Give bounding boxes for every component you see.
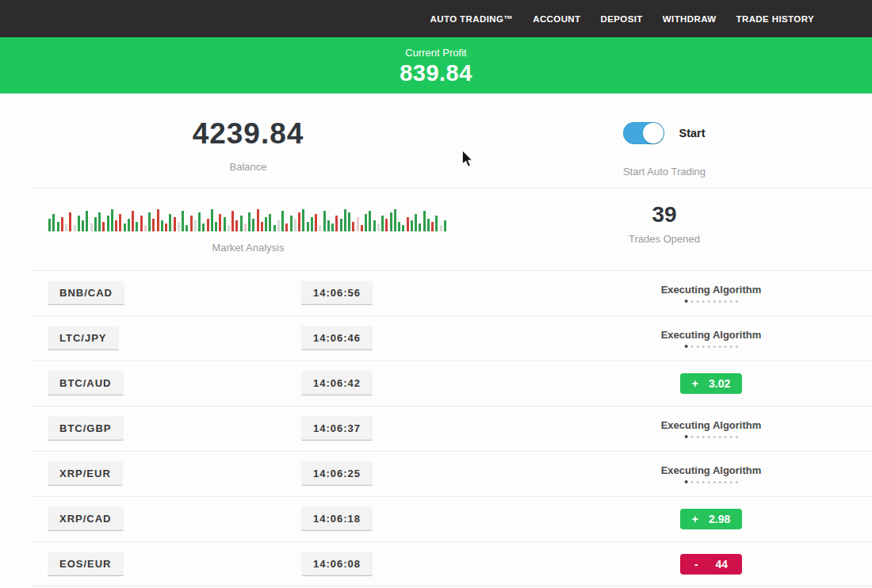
market-bar bbox=[148, 212, 151, 231]
market-bar bbox=[411, 220, 413, 231]
table-row: XRP/EUR 14:06:25 Executing Algorithm bbox=[32, 451, 872, 496]
market-bar bbox=[340, 219, 342, 231]
progress-dot bbox=[713, 436, 715, 438]
badge-sign: + bbox=[692, 377, 698, 390]
market-bar bbox=[182, 211, 184, 231]
trade-time: 14:06:56 bbox=[301, 281, 373, 306]
progress-dot bbox=[729, 300, 732, 303]
trades-opened-value: 39 bbox=[652, 202, 676, 227]
progress-dots bbox=[684, 435, 737, 438]
market-bar bbox=[407, 217, 409, 231]
market-bar bbox=[178, 222, 180, 231]
nav-item-trade-history[interactable]: TRADE HISTORY bbox=[736, 14, 815, 24]
market-bar bbox=[119, 214, 121, 231]
current-profit-banner: Current Profit 839.84 bbox=[0, 37, 872, 94]
market-bar bbox=[265, 217, 267, 231]
executing-label: Executing Algorithm bbox=[661, 329, 762, 341]
market-bar bbox=[244, 223, 247, 231]
progress-dot bbox=[684, 480, 687, 483]
market-bar bbox=[82, 220, 84, 231]
badge-value: 44 bbox=[716, 558, 729, 571]
pair-chip: BNB/CAD bbox=[48, 281, 124, 306]
table-row: LTC/JPY 14:06:46 Executing Algorithm bbox=[32, 315, 872, 361]
nav-item-auto-trading[interactable]: AUTO TRADING™ bbox=[430, 14, 514, 24]
market-bar bbox=[194, 220, 197, 231]
market-bar bbox=[423, 211, 426, 231]
progress-dot bbox=[724, 300, 726, 303]
progress-dot bbox=[684, 435, 687, 438]
progress-dot bbox=[707, 481, 709, 483]
auto-trading-toggle[interactable] bbox=[623, 122, 664, 144]
progress-dot bbox=[684, 345, 687, 348]
trade-status: Executing Algorithm bbox=[661, 284, 762, 303]
trade-time: 14:06:46 bbox=[301, 326, 373, 351]
market-bar bbox=[94, 217, 97, 231]
progress-dot bbox=[735, 300, 737, 303]
progress-dot bbox=[724, 481, 726, 483]
table-row: EOS/EUR 14:06:08 -44 bbox=[32, 541, 872, 586]
market-bar bbox=[348, 212, 350, 231]
trade-time: 14:06:37 bbox=[301, 417, 373, 441]
toggle-sublabel: Start Auto Trading bbox=[623, 166, 706, 178]
progress-dot bbox=[724, 346, 726, 348]
trade-time: 14:06:42 bbox=[301, 372, 373, 396]
progress-dot bbox=[713, 346, 715, 348]
progress-dot bbox=[735, 346, 737, 348]
market-bar bbox=[381, 216, 384, 231]
market-bar bbox=[285, 223, 288, 231]
loss-badge: -44 bbox=[680, 554, 742, 575]
executing-label: Executing Algorithm bbox=[661, 419, 762, 431]
market-bar bbox=[224, 217, 226, 231]
progress-dot bbox=[690, 436, 693, 438]
market-bar bbox=[161, 220, 163, 231]
trade-status: +2.98 bbox=[680, 509, 742, 529]
nav-item-account[interactable]: ACCOUNT bbox=[533, 14, 580, 24]
market-bar bbox=[261, 222, 263, 231]
market-bar bbox=[52, 214, 55, 231]
market-bar bbox=[157, 209, 159, 231]
market-bar bbox=[298, 212, 300, 231]
progress-dot bbox=[735, 481, 737, 483]
progress-dot bbox=[729, 346, 732, 348]
market-bar bbox=[361, 225, 363, 231]
market-bar bbox=[290, 216, 293, 231]
market-bar bbox=[169, 214, 171, 231]
market-bar bbox=[431, 222, 434, 231]
market-bar bbox=[315, 214, 317, 231]
market-bar bbox=[61, 217, 63, 231]
market-bar bbox=[98, 212, 101, 231]
pair-chip: LTC/JPY bbox=[48, 326, 119, 351]
market-bar bbox=[128, 219, 130, 231]
pair-chip: XRP/CAD bbox=[48, 507, 124, 532]
market-bar bbox=[277, 220, 280, 231]
market-bar bbox=[174, 217, 176, 231]
market-bar bbox=[427, 219, 430, 231]
trade-status: Executing Algorithm bbox=[661, 464, 762, 483]
progress-dot bbox=[718, 346, 721, 348]
market-bar bbox=[357, 217, 359, 231]
nav-item-deposit[interactable]: DEPOSIT bbox=[601, 14, 643, 24]
market-bar bbox=[415, 214, 417, 231]
progress-dot bbox=[702, 436, 704, 438]
market-bar bbox=[48, 219, 51, 231]
badge-sign: - bbox=[694, 558, 698, 571]
stats-row-market: Market Analysis 39 Trades Opened bbox=[0, 189, 872, 270]
progress-dot bbox=[696, 436, 698, 438]
market-bar bbox=[248, 212, 251, 231]
nav-item-withdraw[interactable]: WITHDRAW bbox=[663, 14, 717, 24]
market-bar bbox=[269, 214, 271, 231]
market-bar bbox=[402, 225, 404, 231]
toggle-knob bbox=[643, 123, 664, 143]
trade-status: Executing Algorithm bbox=[661, 419, 762, 438]
progress-dot bbox=[729, 436, 732, 438]
executing-label: Executing Algorithm bbox=[661, 284, 762, 296]
market-bar bbox=[435, 216, 438, 231]
current-profit-value: 839.84 bbox=[400, 60, 472, 86]
market-bar bbox=[219, 214, 221, 231]
progress-dot bbox=[713, 481, 715, 483]
market-bar bbox=[190, 216, 193, 231]
progress-dot bbox=[707, 436, 709, 438]
progress-dot bbox=[690, 300, 693, 303]
market-bar bbox=[207, 219, 209, 231]
progress-dot bbox=[713, 300, 715, 303]
